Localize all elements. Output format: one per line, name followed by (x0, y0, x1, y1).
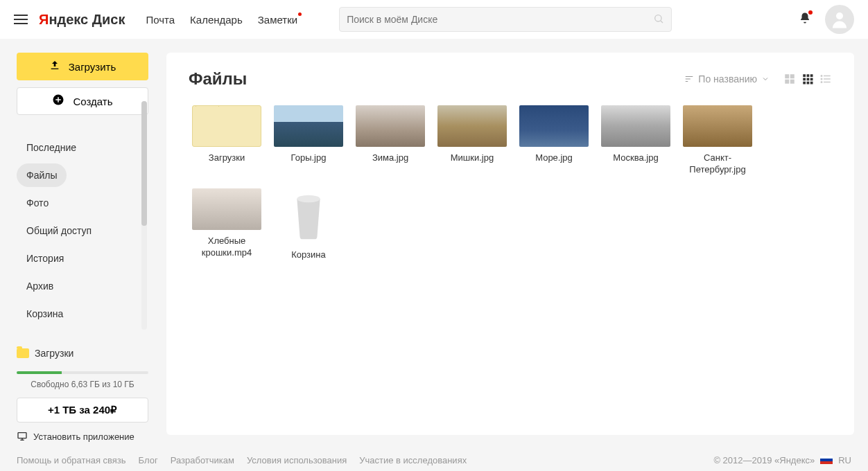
storage-bar-fill (17, 371, 62, 374)
file-item[interactable]: Море.jpg (516, 105, 592, 176)
container: Загрузить Создать Последние Файлы Фото О… (0, 39, 868, 449)
copyright: © 2012—2019 «Яндекс» (713, 455, 815, 465)
svg-rect-22 (810, 82, 813, 85)
logo[interactable]: Яндекс Диск (39, 12, 125, 28)
svg-rect-12 (785, 80, 789, 84)
file-item[interactable]: Зима.jpg (352, 105, 428, 176)
svg-rect-20 (803, 82, 806, 85)
menu-icon[interactable] (14, 12, 28, 27)
storage-section: Свободно 6,63 ГБ из 10 ГБ +1 ТБ за 240₽ … (17, 371, 148, 449)
sidebar-item-photo[interactable]: Фото (17, 191, 58, 215)
file-name: Загрузки (189, 152, 265, 164)
logo-prefix: Я (39, 12, 49, 27)
svg-rect-10 (785, 74, 789, 78)
sidebar-item-history[interactable]: История (17, 247, 73, 270)
file-item[interactable]: Мишки.jpg (434, 105, 510, 176)
main: Файлы По названию (166, 53, 854, 435)
upgrade-button[interactable]: +1 ТБ за 240₽ (17, 398, 148, 423)
svg-point-28 (821, 82, 822, 83)
footer-help[interactable]: Помощь и обратная связь (17, 455, 126, 465)
svg-line-1 (661, 20, 663, 22)
tree-item-label: Загрузки (35, 348, 73, 359)
flag-icon (820, 456, 833, 464)
upload-button[interactable]: Загрузить (17, 53, 148, 80)
file-thumbnail (601, 105, 670, 147)
trash-icon (274, 188, 343, 244)
file-item[interactable]: Загрузки (189, 105, 265, 176)
sort-label: По названию (698, 73, 757, 85)
footer-blog[interactable]: Блог (139, 455, 158, 465)
file-name: Хлебные крошки.mp4 (189, 236, 265, 259)
file-thumbnail (683, 105, 752, 147)
sidebar-item-recent[interactable]: Последние (17, 136, 86, 159)
main-header-right: По названию (684, 73, 832, 85)
main-header: Файлы По названию (189, 69, 832, 89)
view-switcher (783, 73, 832, 85)
create-label: Создать (73, 96, 112, 107)
view-grid-icon[interactable] (801, 73, 814, 85)
lang-label[interactable]: RU (838, 455, 851, 465)
svg-rect-13 (790, 80, 795, 84)
storage-bar (17, 371, 148, 374)
footer-terms[interactable]: Условия использования (247, 455, 347, 465)
svg-rect-16 (810, 74, 813, 77)
file-thumbnail (356, 105, 425, 147)
nav-calendar[interactable]: Календарь (190, 14, 243, 26)
file-name: Горы.jpg (270, 152, 347, 164)
svg-point-0 (655, 15, 661, 21)
tree-item-downloads[interactable]: Загрузки (17, 344, 153, 363)
nav-notes[interactable]: Заметки (258, 14, 297, 26)
svg-rect-11 (790, 74, 795, 78)
file-item[interactable]: Москва.jpg (598, 105, 674, 176)
svg-rect-21 (807, 82, 810, 85)
sidebar-scrollbar[interactable] (141, 101, 147, 330)
file-name: Мишки.jpg (434, 152, 510, 164)
nav-mail[interactable]: Почта (146, 14, 175, 26)
storage-text: Свободно 6,63 ГБ из 10 ГБ (17, 380, 148, 389)
file-item[interactable]: Корзина (270, 188, 347, 261)
svg-rect-15 (807, 74, 810, 77)
folder-tree: Загрузки (17, 344, 153, 363)
svg-point-27 (821, 78, 822, 80)
file-thumbnail (192, 188, 261, 230)
logo-product: Диск (92, 12, 125, 27)
file-name: Корзина (270, 249, 347, 261)
sidebar-item-archive[interactable]: Архив (17, 274, 63, 298)
file-name: Море.jpg (516, 152, 592, 164)
footer-right: © 2012—2019 «Яндекс» RU (713, 455, 851, 465)
file-name: Зима.jpg (352, 152, 428, 164)
svg-point-26 (821, 75, 822, 77)
svg-point-2 (836, 12, 843, 19)
svg-rect-18 (807, 78, 810, 81)
file-item[interactable]: Хлебные крошки.mp4 (189, 188, 265, 261)
folder-icon (192, 105, 261, 147)
sidebar-nav: Последние Файлы Фото Общий доступ Истори… (17, 136, 153, 330)
logo-rest: ндекс (49, 12, 88, 27)
footer-research[interactable]: Участие в исследованиях (359, 455, 467, 465)
search-icon[interactable] (653, 13, 664, 26)
search-box[interactable] (339, 7, 672, 32)
create-button[interactable]: Создать (17, 87, 148, 115)
sort-dropdown[interactable]: По названию (684, 73, 770, 85)
bell-icon[interactable] (799, 12, 811, 28)
install-label: Установить приложение (33, 432, 134, 442)
search-input[interactable] (347, 14, 648, 25)
view-list-icon[interactable] (819, 73, 832, 85)
avatar[interactable] (825, 5, 854, 34)
upgrade-label: +1 ТБ за 240₽ (48, 404, 117, 416)
sidebar-item-files[interactable]: Файлы (17, 163, 67, 187)
scrollbar-thumb[interactable] (141, 101, 147, 226)
view-large-icon[interactable] (783, 73, 796, 85)
sidebar-item-shared[interactable]: Общий доступ (17, 219, 101, 242)
file-thumbnail (437, 105, 507, 147)
svg-rect-17 (803, 78, 806, 81)
footer-dev[interactable]: Разработчикам (171, 455, 234, 465)
install-app-link[interactable]: Установить приложение (17, 431, 148, 442)
upload-icon (49, 60, 60, 73)
file-name: Санкт-Петербург.jpg (679, 152, 756, 176)
file-item[interactable]: Санкт-Петербург.jpg (679, 105, 756, 176)
svg-point-29 (297, 195, 320, 202)
sidebar-item-trash[interactable]: Корзина (17, 302, 73, 326)
file-item[interactable]: Горы.jpg (270, 105, 347, 176)
upload-label: Загрузить (69, 61, 116, 73)
